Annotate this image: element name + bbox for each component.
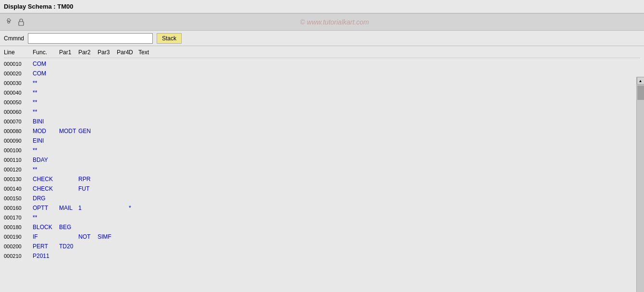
table-row[interactable]: 000170 ** <box>4 213 640 222</box>
table-row[interactable]: 000060 ** <box>4 107 640 117</box>
cell-func: BLOCK <box>33 224 59 231</box>
table-row[interactable]: 000210 P2011 <box>4 251 640 261</box>
cell-line: 000210 <box>4 253 33 259</box>
stack-button[interactable]: Stack <box>157 33 182 44</box>
cell-line: 000160 <box>4 205 33 211</box>
cell-line: 000190 <box>4 234 33 240</box>
cell-line: 000080 <box>4 128 33 134</box>
cell-func: MOD <box>33 128 59 134</box>
cell-line: 000100 <box>4 147 33 153</box>
cell-func: IF <box>33 233 59 240</box>
cell-func: ** <box>33 147 59 154</box>
cell-line: 000170 <box>4 215 33 220</box>
cell-func: DRG <box>33 195 59 202</box>
cell-line: 000070 <box>4 119 33 124</box>
col-header-par1: Par1 <box>59 49 78 56</box>
col-header-par3: Par3 <box>98 49 117 56</box>
table-row[interactable]: 000010 COM <box>4 59 640 69</box>
cell-func: ** <box>33 214 59 221</box>
cell-func: ** <box>33 89 59 96</box>
cell-par1: TD20 <box>59 243 78 250</box>
table-row[interactable]: 000050 ** <box>4 97 640 107</box>
cell-func: PERT <box>33 243 59 250</box>
cell-line: 000180 <box>4 224 33 230</box>
lock-icon[interactable] <box>16 17 26 27</box>
cell-par2: 1 <box>78 205 98 211</box>
settings-icon[interactable] <box>4 17 13 27</box>
cell-par2: GEN <box>78 128 98 134</box>
table-row[interactable]: 000180 BLOCK BEG <box>4 222 640 232</box>
command-label: Cmmnd <box>4 35 24 42</box>
cell-line: 000030 <box>4 80 33 86</box>
cell-func: EINI <box>33 137 59 144</box>
col-header-text: Text <box>138 49 235 56</box>
svg-rect-1 <box>19 22 24 25</box>
cell-par2: RPR <box>78 176 98 182</box>
scroll-up-arrow[interactable]: ▲ <box>637 77 644 85</box>
cell-func: ** <box>33 99 59 106</box>
cell-par2: FUT <box>78 185 98 192</box>
cell-line: 000110 <box>4 157 33 163</box>
toolbar: © www.tutorialkart.com <box>0 13 644 31</box>
cell-func: OPTT <box>33 205 59 211</box>
cell-par1: MAIL <box>59 205 78 211</box>
cell-func: P2011 <box>33 253 59 259</box>
data-rows: 000010 COM 000020 COM 000030 ** 000040 *… <box>4 59 640 261</box>
watermark: © www.tutorialkart.com <box>29 18 640 26</box>
table-row[interactable]: 000140 CHECK FUT <box>4 184 640 194</box>
cell-par1: BEG <box>59 224 78 231</box>
cell-line: 000200 <box>4 243 33 249</box>
col-header-par4: Par4 <box>117 49 129 56</box>
scroll-thumb[interactable] <box>637 85 644 100</box>
command-input[interactable] <box>28 33 153 44</box>
col-header-par2: Par2 <box>78 49 98 56</box>
cell-line: 000050 <box>4 99 33 105</box>
cell-line: 000150 <box>4 195 33 201</box>
table-row[interactable]: 000110 BDAY <box>4 155 640 165</box>
cell-line: 000120 <box>4 167 33 172</box>
table-row[interactable]: 000090 EINI <box>4 136 640 146</box>
cell-d: * <box>129 205 138 211</box>
cell-func: ** <box>33 109 59 115</box>
cell-par3: SIMF <box>98 233 117 240</box>
main-content: Line Func. Par1 Par2 Par3 Par4 D Text 00… <box>0 46 644 292</box>
command-bar: Cmmnd Stack <box>0 31 644 46</box>
table-row[interactable]: 000020 COM <box>4 69 640 78</box>
title-bar: Display Schema : TM00 <box>0 0 644 13</box>
table-row[interactable]: 000100 ** <box>4 146 640 155</box>
cell-func: COM <box>33 61 59 67</box>
cell-line: 000130 <box>4 176 33 182</box>
table-row[interactable]: 000150 DRG <box>4 194 640 203</box>
column-headers: Line Func. Par1 Par2 Par3 Par4 D Text <box>4 48 640 58</box>
col-header-line: Line <box>4 49 33 56</box>
cell-line: 000040 <box>4 90 33 96</box>
col-header-d: D <box>129 49 138 56</box>
table-row[interactable]: 000080 MOD MODT GEN <box>4 126 640 136</box>
cell-line: 000010 <box>4 61 33 67</box>
cell-line: 000090 <box>4 138 33 144</box>
cell-func: BINI <box>33 118 59 125</box>
table-row[interactable]: 000200 PERT TD20 <box>4 242 640 251</box>
table-row[interactable]: 000040 ** <box>4 88 640 97</box>
table-row[interactable]: 000190 IF NOT SIMF <box>4 232 640 242</box>
table-row[interactable]: 000130 CHECK RPR <box>4 174 640 184</box>
cell-func: ** <box>33 166 59 173</box>
cell-line: 000020 <box>4 71 33 76</box>
cell-func: ** <box>33 80 59 86</box>
table-row[interactable]: 000030 ** <box>4 78 640 88</box>
table-row[interactable]: 000120 ** <box>4 165 640 174</box>
cell-func: COM <box>33 70 59 77</box>
cell-par2: NOT <box>78 233 98 240</box>
page-title: Display Schema : TM00 <box>4 3 74 10</box>
cell-func: BDAY <box>33 157 59 163</box>
col-header-func: Func. <box>33 49 59 56</box>
cell-par1: MODT <box>59 128 78 134</box>
scrollbar[interactable]: ▲ ▼ <box>636 77 644 292</box>
cell-line: 000060 <box>4 109 33 115</box>
cell-func: CHECK <box>33 176 59 182</box>
cell-line: 000140 <box>4 186 33 192</box>
table-row[interactable]: 000070 BINI <box>4 117 640 126</box>
cell-func: CHECK <box>33 185 59 192</box>
table-row[interactable]: 000160 OPTT MAIL 1 * <box>4 203 640 213</box>
